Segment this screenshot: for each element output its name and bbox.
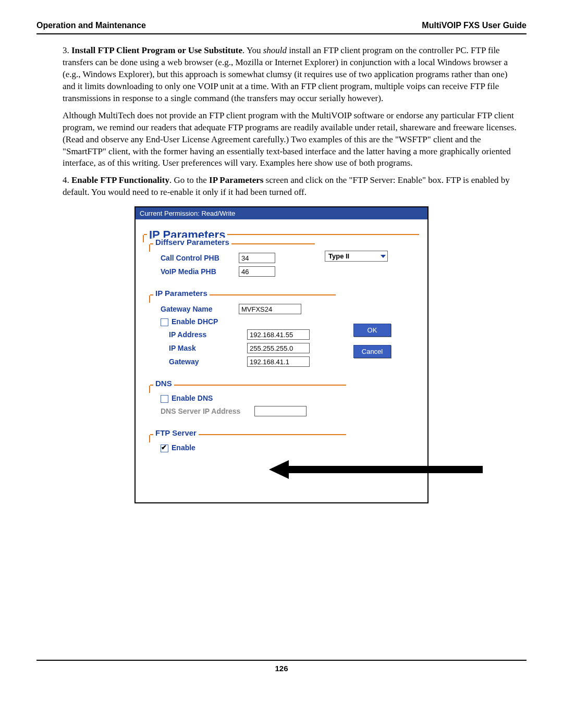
page-number: 126 (275, 664, 288, 673)
ip-mask-input[interactable] (247, 343, 310, 353)
checkbox-icon (161, 318, 168, 326)
ip-parameters-screenshot: Current Permission: Read/Write IP Parame… (134, 206, 429, 503)
step-4-paragraph: 4. Enable FTP Functionality. Go to the I… (63, 175, 521, 199)
ip-mask-label: IP Mask (154, 344, 247, 352)
call-control-phb-label: Call Control PHB (154, 254, 239, 262)
gateway-name-input[interactable] (239, 304, 301, 314)
gateway-input[interactable] (247, 356, 310, 367)
ip-subgroup: IP Parameters Gateway Name Enable DHCP I… (150, 294, 336, 374)
svg-marker-0 (269, 460, 483, 479)
checkbox-checked-icon (161, 445, 168, 452)
cancel-button[interactable]: Cancel (353, 345, 391, 358)
dns-server-ip-input[interactable] (254, 406, 307, 416)
gateway-name-label: Gateway Name (154, 305, 239, 313)
call-control-phb-input[interactable] (239, 253, 275, 263)
callout-arrow-icon (269, 459, 483, 480)
window-titlebar: Current Permission: Read/Write (136, 207, 427, 219)
enable-dhcp-checkbox[interactable]: Enable DHCP (154, 317, 239, 326)
ip-address-label: IP Address (154, 330, 247, 339)
step-3-paragraph: 3. Install FTP Client Program or Use Sub… (63, 45, 521, 105)
paragraph-2: Although MultiTech does not provide an F… (63, 110, 521, 170)
chevron-down-icon (381, 255, 386, 258)
gateway-label: Gateway (154, 357, 247, 366)
ip-parameters-group: IP Parameters Type II OK Cancel Diffserv… (144, 234, 419, 480)
enable-dns-checkbox[interactable]: Enable DNS (154, 394, 239, 403)
dns-server-ip-label: DNS Server IP Address (154, 407, 254, 415)
dropdown-value: Type II (328, 252, 349, 260)
header-right: MultiVOIP FXS User Guide (422, 21, 527, 30)
header-left: Operation and Maintenance (36, 21, 146, 30)
voip-media-phb-input[interactable] (239, 266, 275, 277)
voip-media-phb-label: VoIP Media PHB (154, 267, 239, 276)
dns-group: DNS Enable DNS DNS Server IP Address (150, 385, 346, 424)
ip-address-input[interactable] (247, 329, 310, 340)
ok-button[interactable]: OK (353, 324, 391, 337)
ftp-enable-checkbox[interactable]: Enable (154, 443, 239, 452)
page-footer: 126 (36, 660, 527, 673)
page-header: Operation and Maintenance MultiVOIP FXS … (36, 21, 527, 34)
diffserv-group: Diffserv Parameters Call Control PHB VoI… (150, 243, 315, 284)
type-dropdown[interactable]: Type II (325, 251, 388, 262)
checkbox-icon (161, 395, 168, 403)
